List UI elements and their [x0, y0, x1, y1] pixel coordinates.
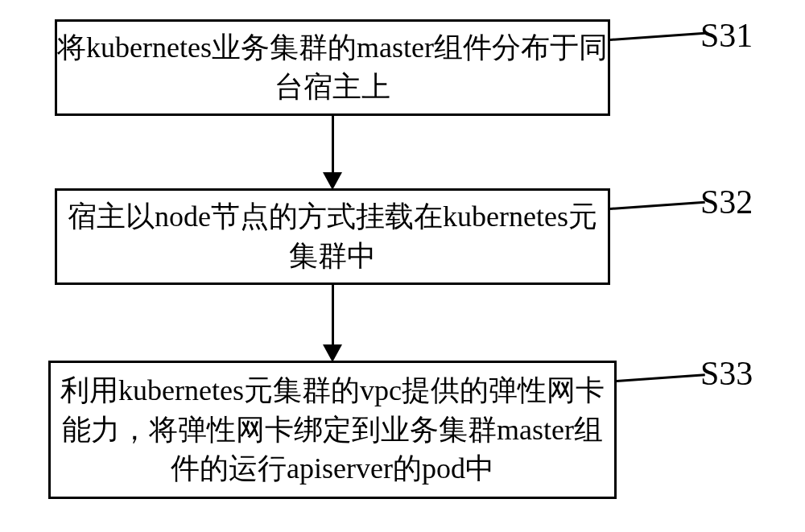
- step-text: 宿主以node节点的方式挂载在kubernetes元集群中: [57, 197, 608, 275]
- step-box-s31: 将kubernetes业务集群的master组件分布于同台宿主上: [55, 19, 610, 116]
- arrow-head-icon: [323, 344, 342, 362]
- label-connector: [617, 373, 705, 382]
- step-text: 利用kubernetes元集群的vpc提供的弹性网卡能力，将弹性网卡绑定到业务集…: [51, 371, 614, 489]
- step-label-s32: S32: [700, 183, 753, 221]
- label-connector: [610, 32, 705, 41]
- arrow-shaft: [332, 285, 334, 349]
- arrow-head-icon: [323, 172, 342, 190]
- step-label-s33: S33: [700, 354, 753, 393]
- label-connector: [610, 201, 705, 210]
- step-box-s32: 宿主以node节点的方式挂载在kubernetes元集群中: [55, 188, 610, 285]
- step-label-s31: S31: [700, 16, 753, 55]
- step-text: 将kubernetes业务集群的master组件分布于同台宿主上: [57, 28, 608, 106]
- step-box-s33: 利用kubernetes元集群的vpc提供的弹性网卡能力，将弹性网卡绑定到业务集…: [48, 361, 617, 499]
- arrow-shaft: [332, 116, 334, 177]
